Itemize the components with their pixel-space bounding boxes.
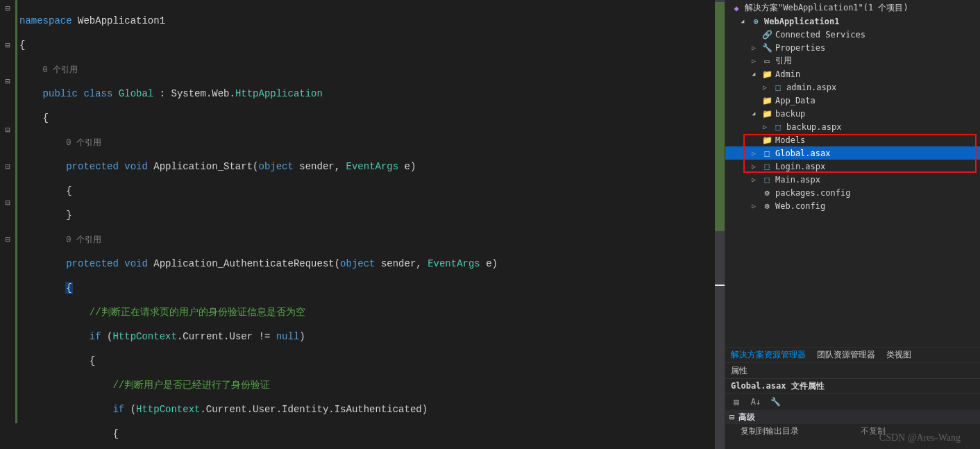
node-admin-aspx[interactable]: ⬚admin.aspx <box>725 81 980 94</box>
properties-object: Global.asax 文件属性 <box>725 378 980 393</box>
folder-icon: 📁 <box>761 95 772 106</box>
expand-icon[interactable] <box>760 122 770 132</box>
tab-team-explorer[interactable]: 团队资源管理器 <box>817 349 875 361</box>
expand-icon[interactable] <box>749 162 759 171</box>
node-backup-folder[interactable]: 📁backup <box>725 107 980 120</box>
node-packages-config[interactable]: ⚙packages.config <box>725 186 980 199</box>
project-node[interactable]: ⊕ WebApplication1 <box>725 15 980 28</box>
config-icon: ⚙ <box>761 187 772 198</box>
properties-header: 属性 <box>725 363 980 378</box>
node-references[interactable]: ▭引用 <box>725 54 980 67</box>
solution-node[interactable]: ◆ 解决方案"WebApplication1"(1 个项目) <box>725 1 980 15</box>
collapse-icon[interactable]: ⊟ <box>729 412 734 422</box>
connected-icon: 🔗 <box>761 29 772 40</box>
folder-icon: 📁 <box>761 69 772 80</box>
category-advanced[interactable]: ⊟高级 <box>725 410 980 424</box>
alpha-sort-button[interactable]: A↓ <box>749 395 763 409</box>
expand-icon[interactable] <box>760 83 770 92</box>
node-backup-aspx[interactable]: ⬚backup.aspx <box>725 120 980 133</box>
node-connected-services[interactable]: 🔗Connected Services <box>725 28 980 41</box>
csproj-icon: ⊕ <box>750 16 761 27</box>
node-properties[interactable]: 🔧Properties <box>725 41 980 54</box>
folder-icon: 📁 <box>761 108 772 119</box>
expand-icon[interactable] <box>749 109 759 119</box>
project-name: WebApplication1 <box>764 17 839 26</box>
expand-icon[interactable] <box>738 17 747 26</box>
node-login-aspx[interactable]: ⬚Login.aspx <box>725 160 980 173</box>
expand-icon[interactable] <box>749 69 759 79</box>
prop-pages-button[interactable]: 🔧 <box>768 395 782 409</box>
node-admin-folder[interactable]: 📁Admin <box>725 67 980 81</box>
node-web-config[interactable]: ⚙Web.config <box>725 199 980 212</box>
aspx-icon: ⬚ <box>761 174 772 185</box>
solution-icon: ◆ <box>731 3 742 14</box>
config-icon: ⚙ <box>761 201 772 212</box>
categorize-button[interactable]: ▤ <box>729 395 743 409</box>
editor-scrollbar[interactable] <box>715 0 725 449</box>
solution-tabs[interactable]: 解决方案资源管理器 团队资源管理器 类视图 <box>725 347 980 362</box>
aspx-icon: ⬚ <box>761 161 772 172</box>
solution-title: 解决方案"WebApplication1"(1 个项目) <box>745 2 909 14</box>
wrench-icon: 🔧 <box>761 42 772 53</box>
node-global-asax[interactable]: ⬚Global.asax <box>725 146 980 160</box>
tab-class-view[interactable]: 类视图 <box>886 349 911 361</box>
expand-icon[interactable] <box>749 43 759 53</box>
node-app-data[interactable]: 📁App_Data <box>725 94 980 107</box>
watermark: CSDN @Ares-Wang <box>879 432 961 443</box>
expand-icon[interactable] <box>749 56 759 66</box>
solution-explorer-panel[interactable]: ◆ 解决方案"WebApplication1"(1 个项目) ⊕ WebAppl… <box>725 0 980 347</box>
expand-icon[interactable] <box>749 149 759 158</box>
code-text[interactable]: namespace WebApplication1 { 0 个引用 public… <box>15 0 715 449</box>
tab-solution-explorer[interactable]: 解决方案资源管理器 <box>731 349 806 361</box>
references-icon: ▭ <box>761 56 772 67</box>
code-editor[interactable]: ⊟⊟⊟⊟⊟⊟⊟ namespace WebApplication1 { 0 个引… <box>0 0 725 449</box>
asax-icon: ⬚ <box>761 148 772 159</box>
folder-icon: 📁 <box>761 135 772 146</box>
expand-icon[interactable] <box>749 201 759 211</box>
aspx-icon: ⬚ <box>772 82 784 93</box>
expand-icon[interactable] <box>749 175 759 185</box>
node-main-aspx[interactable]: ⬚Main.aspx <box>725 173 980 186</box>
node-models-folder[interactable]: 📁Models <box>725 133 980 146</box>
fold-gutter: ⊟⊟⊟⊟⊟⊟⊟ <box>0 0 15 449</box>
aspx-icon: ⬚ <box>772 121 784 133</box>
